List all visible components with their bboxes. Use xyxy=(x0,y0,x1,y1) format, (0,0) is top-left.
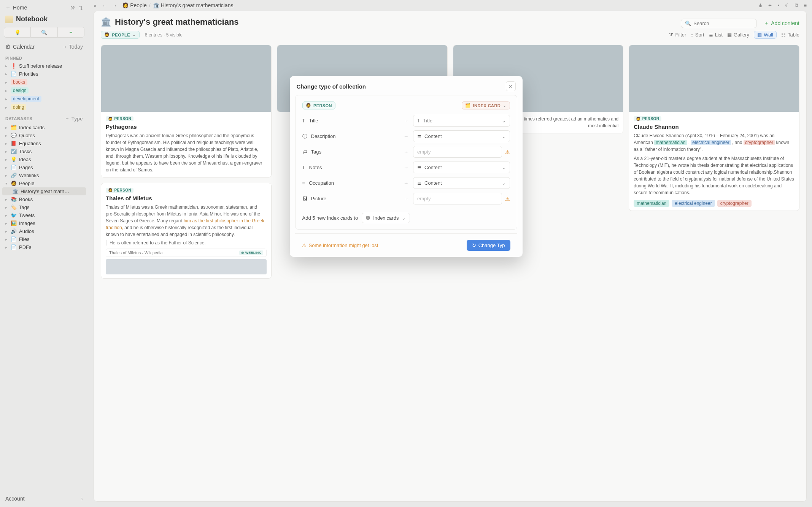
chevron-right-icon[interactable]: ▸ xyxy=(4,237,8,241)
tag[interactable]: cryptographer xyxy=(717,200,752,207)
random-icon[interactable]: ⋔ xyxy=(758,3,763,8)
database-item[interactable]: ▾🧔People xyxy=(2,179,86,187)
list-icon: ≣ xyxy=(417,133,421,139)
refresh-icon: ↻ xyxy=(472,242,476,248)
collection-type-pill[interactable]: 🧔 PEOPLE ⌄ xyxy=(101,31,140,39)
add-cards-label: Add 5 new Index cards to xyxy=(302,215,358,221)
chevron-right-icon[interactable]: ▸ xyxy=(4,125,8,130)
add-type-button[interactable]: ＋ Type xyxy=(65,115,83,122)
menu-icon[interactable]: ≡ xyxy=(804,3,807,8)
notebook-title[interactable]: Notebook xyxy=(2,13,86,27)
pinned-item[interactable]: ▸development xyxy=(2,95,86,103)
tag[interactable]: mathematician xyxy=(634,200,669,207)
pinned-item[interactable]: ▸📄Priorities xyxy=(2,70,86,78)
account-link[interactable]: Account › xyxy=(2,492,86,505)
person-card[interactable]: 🧔 PERSON Claude Shannon Claude Elwood Sh… xyxy=(629,45,799,211)
change-type-button[interactable]: ↻Change Typ xyxy=(467,240,510,251)
item-icon: 🔗 xyxy=(11,173,17,178)
database-item[interactable]: ▸📄Files xyxy=(2,235,86,243)
sort-button[interactable]: ↕Sort xyxy=(691,32,704,38)
moon-icon[interactable]: ☾ xyxy=(785,3,790,8)
search-input[interactable] xyxy=(693,21,753,26)
lightbulb-button[interactable]: 💡 xyxy=(4,27,31,38)
chevron-right-icon[interactable]: ▸ xyxy=(4,165,8,170)
card-title: Thales of Miletus xyxy=(106,195,267,201)
person-card[interactable]: 🧔 PERSON Thales of Miletus Thales of Mil… xyxy=(101,183,272,279)
search-box[interactable]: 🔍 xyxy=(681,19,757,28)
pin-icon[interactable]: ⭑ xyxy=(777,2,780,8)
chevron-right-icon[interactable]: ▸ xyxy=(4,221,8,225)
field-label: Notes xyxy=(309,165,322,170)
chevron-right-icon[interactable]: ▸ xyxy=(4,229,8,233)
chevron-right-icon: ▸ xyxy=(4,105,8,109)
chevron-right-icon[interactable]: ▸ xyxy=(4,213,8,217)
field-mapping-empty[interactable]: empty xyxy=(413,193,502,204)
copy-icon[interactable]: ⧉ xyxy=(795,2,798,8)
arrow-right-icon: → xyxy=(404,118,408,124)
chevrons-vertical-icon[interactable]: ⇅ xyxy=(79,5,83,11)
database-item[interactable]: ▸🔗Weblinks xyxy=(2,171,86,179)
home-link[interactable]: ← Home xyxy=(5,5,27,11)
view-gallery[interactable]: ▦Gallery xyxy=(727,32,749,38)
database-item[interactable]: ▸💡Ideas xyxy=(2,155,86,163)
filter-button[interactable]: ⧩Filter xyxy=(669,32,686,38)
to-type-pill[interactable]: 🗂️ INDEX CARD ⌄ xyxy=(462,101,510,109)
wrench-icon[interactable]: ⚒ xyxy=(70,5,75,11)
field-mapping-select[interactable]: TTitle⌄ xyxy=(413,115,510,127)
view-wall-active[interactable]: ▥Wall xyxy=(754,31,777,39)
pinned-item[interactable]: ▸doing xyxy=(2,103,86,111)
field-mapping-select[interactable]: ≣Content⌄ xyxy=(413,130,510,142)
nav-back-icon[interactable]: ← xyxy=(102,3,106,8)
breadcrumb-item[interactable]: 🧔 People xyxy=(122,2,146,8)
calendar-link[interactable]: 🗓 Calendar xyxy=(5,44,35,50)
chevron-right-icon[interactable]: ▸ xyxy=(4,197,8,201)
database-item[interactable]: ▸🗂️Index cards xyxy=(2,124,86,132)
breadcrumb-item[interactable]: 🏛️ History's great mathematicians xyxy=(153,2,234,8)
pinned-item[interactable]: ▸❗Stuff before release xyxy=(2,62,86,70)
pinned-item[interactable]: ▸design xyxy=(2,86,86,95)
close-icon: ✕ xyxy=(508,84,513,89)
chevron-right-icon[interactable]: ▸ xyxy=(4,157,8,162)
chevron-right-icon[interactable]: ▸ xyxy=(4,205,8,209)
database-item[interactable]: ▸📄Pages xyxy=(2,163,86,171)
chevron-down-icon[interactable]: ▾ xyxy=(4,181,8,185)
chevron-right-icon[interactable]: ▸ xyxy=(4,245,8,249)
database-item[interactable]: ▸☑️Tasks xyxy=(2,147,86,155)
tag[interactable]: electrical engineer xyxy=(672,200,715,207)
field-mapping-select[interactable]: ≣Content⌄ xyxy=(413,177,510,189)
today-link[interactable]: → Today xyxy=(62,44,83,50)
item-label: Images xyxy=(19,220,35,226)
chevron-right-icon[interactable]: ▸ xyxy=(4,133,8,138)
nav-forward-icon[interactable]: → xyxy=(112,3,117,8)
arrow-right-icon: → xyxy=(404,133,408,139)
field-mapping-empty[interactable]: empty xyxy=(413,146,502,158)
database-item[interactable]: ▸📚Books xyxy=(2,195,86,203)
database-item[interactable]: ▸📄PDFs xyxy=(2,243,86,251)
close-button[interactable]: ✕ xyxy=(506,81,516,91)
weblink-chip[interactable]: Thales of Miletus - Wikipedia ⊚WEBLINK xyxy=(106,249,267,257)
collection-item[interactable]: 🏛️History's great math… xyxy=(2,187,86,195)
database-item[interactable]: ▸📕Equations xyxy=(2,139,86,147)
database-item[interactable]: ▸🐦Tweets xyxy=(2,211,86,219)
warning-icon: ⚠ xyxy=(505,149,510,155)
item-icon: 🏛️ xyxy=(12,189,18,194)
chevron-right-icon[interactable]: ▸ xyxy=(4,141,8,146)
chevron-right-icon[interactable]: ▸ xyxy=(4,173,8,177)
search-button[interactable]: 🔍 xyxy=(31,27,57,38)
person-card[interactable]: 🧔 PERSON Pythagoras Pythagoras was an an… xyxy=(101,45,272,177)
field-mapping-select[interactable]: ≣Content⌄ xyxy=(413,162,510,173)
view-list[interactable]: ≣List xyxy=(709,32,723,38)
target-db-select[interactable]: ⛃Index cards⌄ xyxy=(362,213,410,223)
graph-icon[interactable]: ✦ xyxy=(768,3,772,8)
database-item[interactable]: ▸💬Quotes xyxy=(2,132,86,139)
view-table[interactable]: ☷Table xyxy=(781,32,799,38)
add-button[interactable]: ＋ xyxy=(58,27,84,38)
item-icon: 📄 xyxy=(11,71,17,77)
pinned-item[interactable]: ▸books xyxy=(2,78,86,86)
database-item[interactable]: ▸🔊Audios xyxy=(2,227,86,235)
add-content-button[interactable]: ＋ Add content xyxy=(764,20,799,27)
collapse-sidebar-icon[interactable]: « xyxy=(94,3,96,8)
chevron-right-icon[interactable]: ▸ xyxy=(4,149,8,154)
database-item[interactable]: ▸🏷️Tags xyxy=(2,203,86,211)
database-item[interactable]: ▸🖼️Images xyxy=(2,219,86,227)
